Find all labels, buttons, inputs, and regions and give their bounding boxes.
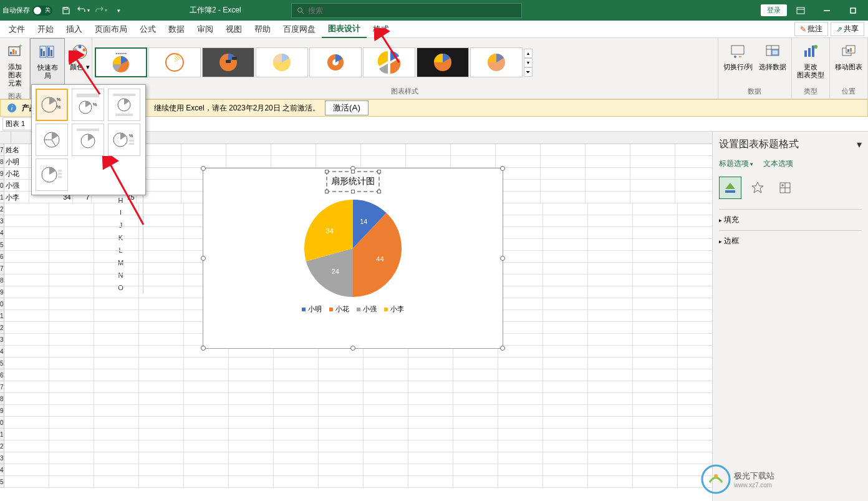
row-header[interactable]: 9 [0, 286, 4, 298]
cell[interactable] [139, 417, 184, 429]
cell[interactable] [408, 464, 453, 476]
cell[interactable] [364, 417, 408, 429]
cell[interactable] [588, 369, 633, 381]
quick-layout-button[interactable]: 快速布局 [33, 40, 62, 82]
search-box[interactable] [291, 3, 522, 18]
cell[interactable] [49, 358, 94, 369]
cell[interactable] [543, 452, 588, 464]
move-chart-button[interactable]: 移动图表 [832, 39, 865, 74]
cell[interactable] [633, 429, 678, 440]
colors-button[interactable]: 颜色 ▾ [67, 39, 92, 74]
cell[interactable] [408, 476, 453, 488]
cell[interactable] [4, 263, 49, 275]
cell[interactable] [588, 263, 633, 275]
gallery-more-icon[interactable]: ⏷ [524, 67, 533, 77]
cell[interactable] [229, 429, 274, 440]
cell[interactable] [541, 180, 586, 192]
cell[interactable] [630, 156, 675, 168]
cell[interactable] [49, 275, 94, 286]
cell[interactable] [453, 405, 498, 417]
search-input[interactable] [308, 6, 516, 15]
tab-view[interactable]: 视图 [219, 21, 248, 37]
cell[interactable] [274, 464, 319, 476]
tab-insert[interactable]: 插入 [60, 21, 89, 37]
cell[interactable] [453, 417, 498, 429]
cell[interactable] [543, 251, 588, 263]
cell[interactable] [229, 381, 274, 393]
cell[interactable] [675, 168, 712, 180]
cell[interactable] [453, 476, 498, 488]
cell[interactable] [678, 203, 712, 215]
cell[interactable] [4, 476, 49, 488]
cell[interactable] [408, 429, 453, 440]
cell[interactable] [94, 286, 139, 298]
cell[interactable] [184, 381, 229, 393]
border-section[interactable]: 边框 [719, 230, 862, 251]
tab-format[interactable]: 格式 [367, 21, 395, 37]
tab-formula[interactable]: 公式 [133, 21, 162, 37]
cell[interactable] [49, 322, 94, 334]
select-all-corner[interactable] [0, 132, 11, 143]
cell[interactable] [184, 417, 229, 429]
cell[interactable] [588, 215, 633, 227]
cell[interactable] [94, 203, 139, 215]
row-header[interactable]: 4 [0, 227, 4, 239]
cell[interactable] [633, 476, 678, 488]
cell[interactable] [498, 393, 543, 405]
row-header[interactable]: 9 [0, 405, 4, 417]
cell[interactable] [496, 144, 541, 156]
cell[interactable] [4, 227, 49, 239]
cell[interactable] [274, 358, 319, 369]
cell[interactable] [543, 263, 588, 275]
cell[interactable] [633, 464, 678, 476]
cell[interactable] [319, 417, 364, 429]
cell[interactable] [633, 203, 678, 215]
tab-help[interactable]: 帮助 [248, 21, 277, 37]
cell[interactable] [630, 192, 675, 203]
cell[interactable] [498, 381, 543, 393]
tab-layout[interactable]: 页面布局 [89, 21, 133, 37]
cell[interactable] [271, 156, 316, 168]
cell[interactable] [543, 298, 588, 310]
cell[interactable] [319, 405, 364, 417]
cell[interactable] [4, 251, 49, 263]
cell[interactable] [408, 452, 453, 464]
cell[interactable] [319, 429, 364, 440]
cell[interactable] [94, 275, 139, 286]
tab-data[interactable]: 数据 [162, 21, 191, 37]
cell[interactable] [94, 440, 139, 452]
save-icon[interactable] [59, 3, 74, 18]
cell[interactable] [139, 310, 184, 322]
cell[interactable] [139, 286, 184, 298]
cell[interactable] [633, 358, 678, 369]
text-options-tab[interactable]: 文本选项 [763, 158, 793, 169]
cell[interactable] [543, 369, 588, 381]
cell[interactable] [94, 369, 139, 381]
select-data-button[interactable]: 选择数据 [756, 39, 789, 74]
resize-handle-tr[interactable] [500, 166, 505, 171]
cell[interactable] [588, 452, 633, 464]
share-button[interactable]: ⇗共享 [831, 22, 864, 36]
cell[interactable] [184, 429, 229, 440]
cell[interactable] [364, 358, 408, 369]
chart-style-1[interactable]: ●●●●●● [95, 47, 147, 77]
legend-item[interactable]: 小花 [329, 304, 349, 314]
cell[interactable] [319, 440, 364, 452]
cell[interactable] [586, 180, 630, 192]
cell[interactable] [678, 452, 712, 464]
cell[interactable] [588, 346, 633, 358]
cell[interactable] [229, 452, 274, 464]
cell[interactable] [4, 440, 49, 452]
cell[interactable] [271, 144, 316, 156]
row-header[interactable]: 4 [0, 346, 4, 358]
cell[interactable] [49, 429, 94, 440]
row-header[interactable]: 0 [0, 417, 4, 429]
cell[interactable] [4, 393, 49, 405]
cell[interactable] [184, 358, 229, 369]
resize-handle-mr[interactable] [500, 256, 505, 261]
row-header[interactable]: 0 [0, 180, 4, 192]
cell[interactable] [319, 369, 364, 381]
cell[interactable] [4, 275, 49, 286]
cell[interactable] [633, 369, 678, 381]
cell[interactable] [49, 263, 94, 275]
